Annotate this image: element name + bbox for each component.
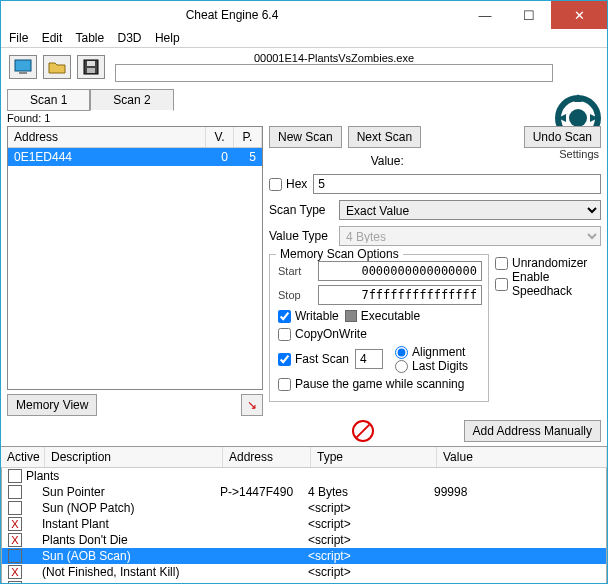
col-p[interactable]: P. bbox=[234, 127, 262, 147]
new-scan-button[interactable]: New Scan bbox=[269, 126, 342, 148]
result-row[interactable]: 0E1ED444 0 5 bbox=[8, 148, 262, 166]
open-file-button[interactable] bbox=[43, 55, 71, 79]
table-row[interactable]: XInstant Plant<script> bbox=[2, 516, 606, 532]
close-button[interactable]: ✕ bbox=[551, 1, 607, 29]
menu-edit[interactable]: Edit bbox=[42, 31, 63, 45]
fastscan-checkbox[interactable] bbox=[278, 353, 291, 366]
add-address-manually-button[interactable]: Add Address Manually bbox=[464, 420, 601, 442]
undo-scan-button[interactable]: Undo Scan bbox=[524, 126, 601, 148]
active-checkbox[interactable]: X bbox=[8, 565, 22, 579]
pause-checkbox[interactable] bbox=[278, 378, 291, 391]
maximize-button[interactable]: ☐ bbox=[507, 1, 551, 29]
tab-scan1[interactable]: Scan 1 bbox=[7, 89, 90, 111]
results-list[interactable]: Address V. P. 0E1ED444 0 5 bbox=[7, 126, 263, 390]
open-process-button[interactable] bbox=[9, 55, 37, 79]
hex-checkbox[interactable] bbox=[269, 178, 282, 191]
table-row[interactable]: Plants bbox=[2, 468, 606, 484]
table-row[interactable]: X(Not Finished, Instant Kill)<script> bbox=[2, 564, 606, 580]
found-count: Found: 1 bbox=[1, 110, 607, 126]
floppy-icon bbox=[83, 59, 99, 75]
col-value[interactable]: Value bbox=[437, 447, 607, 467]
menu-file[interactable]: File bbox=[9, 31, 28, 45]
active-checkbox[interactable] bbox=[8, 469, 22, 483]
col-addr[interactable]: Address bbox=[223, 447, 311, 467]
tab-scan2[interactable]: Scan 2 bbox=[90, 89, 173, 111]
stop-icon bbox=[352, 420, 374, 442]
memory-view-button[interactable]: Memory View bbox=[7, 394, 97, 416]
col-type[interactable]: Type bbox=[311, 447, 437, 467]
save-button[interactable] bbox=[77, 55, 105, 79]
col-description[interactable]: Description bbox=[45, 447, 223, 467]
menu-help[interactable]: Help bbox=[155, 31, 180, 45]
active-checkbox[interactable]: X bbox=[8, 517, 22, 531]
alignment-radio[interactable] bbox=[395, 346, 408, 359]
next-scan-button[interactable]: Next Scan bbox=[348, 126, 421, 148]
active-checkbox[interactable]: X bbox=[8, 533, 22, 547]
col-v[interactable]: V. bbox=[206, 127, 234, 147]
cow-checkbox[interactable] bbox=[278, 328, 291, 341]
col-active[interactable]: Active bbox=[1, 447, 45, 467]
scan-type-label: Scan Type bbox=[269, 203, 333, 217]
value-type-select[interactable]: 4 Bytes bbox=[339, 226, 601, 246]
attached-process-label: 00001E14-PlantsVsZombies.exe bbox=[115, 52, 553, 64]
menu-table[interactable]: Table bbox=[76, 31, 105, 45]
add-to-list-button[interactable]: ↘ bbox=[241, 394, 263, 416]
svg-rect-1 bbox=[19, 72, 27, 74]
active-checkbox[interactable] bbox=[8, 485, 22, 499]
computer-icon bbox=[14, 59, 32, 75]
value-type-label: Value Type bbox=[269, 229, 333, 243]
active-checkbox[interactable] bbox=[8, 549, 22, 563]
window-title: Cheat Engine 6.4 bbox=[1, 8, 463, 22]
menu-d3d[interactable]: D3D bbox=[118, 31, 142, 45]
progress-bar bbox=[115, 64, 553, 82]
writable-checkbox[interactable] bbox=[278, 310, 291, 323]
table-row[interactable]: XPlants Don't Die<script> bbox=[2, 532, 606, 548]
table-row[interactable]: Sun (AOB Scan)<script> bbox=[2, 548, 606, 564]
mso-legend: Memory Scan Options bbox=[276, 247, 403, 261]
minimize-button[interactable]: — bbox=[463, 1, 507, 29]
active-checkbox[interactable] bbox=[8, 501, 22, 515]
mso-stop-input[interactable] bbox=[318, 285, 482, 305]
unrandomizer-checkbox[interactable] bbox=[495, 257, 508, 270]
folder-open-icon bbox=[48, 59, 66, 75]
table-row[interactable]: Sun (NOP Patch)<script> bbox=[2, 500, 606, 516]
svg-point-6 bbox=[569, 109, 587, 127]
address-table[interactable]: PlantsSun PointerP->1447F4904 Bytes99998… bbox=[1, 468, 607, 584]
table-row[interactable]: Sun PointerP->1447F4904 Bytes99998 bbox=[2, 484, 606, 500]
speedhack-checkbox[interactable] bbox=[495, 278, 508, 291]
executable-checkbox[interactable] bbox=[345, 310, 357, 322]
svg-rect-3 bbox=[87, 61, 95, 66]
fastscan-value[interactable] bbox=[355, 349, 383, 369]
svg-rect-0 bbox=[15, 60, 31, 71]
lastdigits-radio[interactable] bbox=[395, 360, 408, 373]
value-label: Value: bbox=[371, 154, 404, 168]
value-input[interactable] bbox=[313, 174, 601, 194]
svg-rect-4 bbox=[87, 68, 95, 73]
col-address[interactable]: Address bbox=[8, 127, 206, 147]
scan-type-select[interactable]: Exact Value bbox=[339, 200, 601, 220]
table-row[interactable]: Zombies bbox=[2, 580, 606, 584]
mso-start-input[interactable] bbox=[318, 261, 482, 281]
